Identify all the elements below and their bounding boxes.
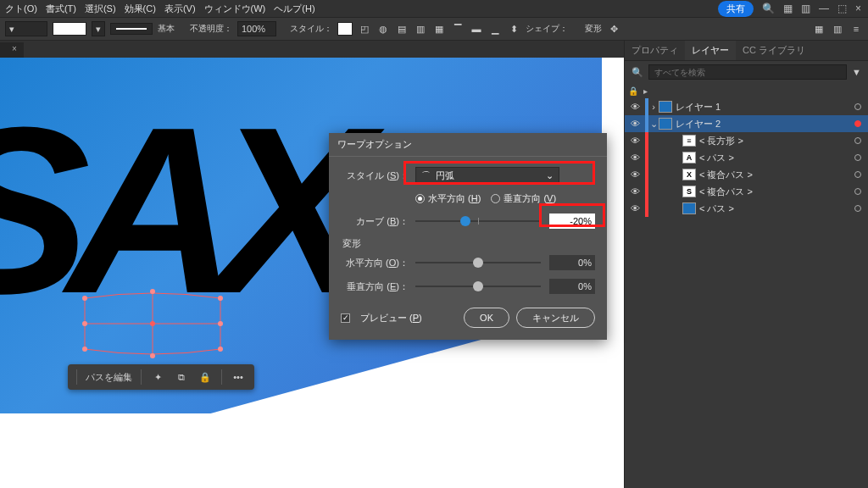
stroke-preview[interactable] <box>110 23 153 35</box>
more-icon[interactable]: ≡ <box>849 22 863 36</box>
layer-search-input[interactable] <box>648 64 847 80</box>
layer-row[interactable]: 👁S< 複合パス > <box>625 183 868 200</box>
layer-name: レイヤー 2 <box>676 118 721 130</box>
fill-swatch[interactable] <box>53 22 86 36</box>
edit-path-button[interactable]: パスを編集 <box>86 371 132 384</box>
tab-properties[interactable]: プロパティ <box>625 41 685 60</box>
more-options-icon[interactable]: ••• <box>231 369 246 385</box>
curve-value[interactable]: -20% <box>549 214 595 229</box>
lock-column-icon: 🔒 <box>628 86 638 96</box>
filter-icon[interactable]: ▼ <box>852 67 861 77</box>
target-icon[interactable] <box>854 171 861 178</box>
expand-icon[interactable]: ⌄ <box>648 119 659 130</box>
close-tab-icon[interactable]: × <box>12 44 17 53</box>
style-select[interactable]: ⌒ 円弧 ⌄ <box>415 167 559 184</box>
tab-cc-libraries[interactable]: CC ライブラリ <box>736 41 812 60</box>
transform-icon[interactable]: ✥ <box>607 22 620 36</box>
visibility-icon[interactable]: 👁 <box>625 136 645 146</box>
arrange-icon[interactable]: ▦ <box>783 3 793 14</box>
layer-name: < 複合パス > <box>699 186 753 198</box>
vert-distort-row: 垂直方向 (E)： 0% <box>341 279 595 294</box>
curve-slider[interactable] <box>415 214 541 228</box>
group-icon[interactable]: ⧉ <box>174 369 189 385</box>
warp-options-dialog: ワープオプション スタイル (S)： ⌒ 円弧 ⌄ 水平方向 (H) 垂直方向 … <box>329 133 607 340</box>
menu-select[interactable]: 選択(S) <box>85 3 116 15</box>
menu-view[interactable]: 表示(V) <box>164 3 196 15</box>
layer-list: 👁›レイヤー 1👁⌄レイヤー 2👁≡< 長方形 >👁A< パス >👁X< 複合パ… <box>625 98 868 217</box>
target-icon[interactable] <box>854 137 861 144</box>
style-row: スタイル (S)： ⌒ 円弧 ⌄ <box>341 167 595 184</box>
chevron-down-icon[interactable]: ▸ <box>643 86 648 96</box>
control-bar: ▾ ▾ 基本 不透明度： 100% スタイル： ◰ ◍ ▤ ▥ ▦ ▔ ▬ ▁ … <box>0 17 868 41</box>
menu-type[interactable]: 書式(T) <box>46 3 76 15</box>
layer-name: < パス > <box>699 152 734 164</box>
target-icon[interactable] <box>854 188 861 195</box>
share-button[interactable]: 共有 <box>718 1 754 17</box>
tab-layers[interactable]: レイヤー <box>685 41 736 60</box>
target-icon[interactable] <box>854 120 861 127</box>
lock-icon[interactable]: 🔒 <box>198 369 213 385</box>
warp-mesh[interactable] <box>85 293 220 354</box>
distribute-icon[interactable]: ⬍ <box>507 22 520 36</box>
dropdown-1[interactable]: ▾ <box>5 21 47 36</box>
search-icon[interactable]: 🔍 <box>762 3 775 14</box>
orientation-row: 水平方向 (H) 垂直方向 (V) <box>341 192 595 205</box>
target-icon[interactable] <box>854 154 861 161</box>
isolate-icon[interactable]: ▦ <box>812 22 826 36</box>
grid-icon[interactable]: ▥ <box>831 22 844 36</box>
align-hcenter-icon[interactable]: ▥ <box>414 22 427 36</box>
ok-button[interactable]: OK <box>464 308 509 328</box>
layer-row[interactable]: 👁›レイヤー 1 <box>625 98 868 115</box>
document-tab[interactable]: × <box>0 42 24 59</box>
cancel-button[interactable]: キャンセル <box>516 308 595 328</box>
arrange-icon[interactable]: ✦ <box>150 369 165 385</box>
align-right-icon[interactable]: ▦ <box>432 22 446 36</box>
curve-row: カーブ (B)： -20% <box>341 214 595 229</box>
menu-effect[interactable]: 効果(C) <box>125 3 156 15</box>
preview-label: プレビュー (P) <box>360 312 422 324</box>
layer-row[interactable]: 👁A< パス > <box>625 149 868 166</box>
layer-row[interactable]: 👁≡< 長方形 > <box>625 132 868 149</box>
doc-setup-icon[interactable]: ◰ <box>358 22 371 36</box>
minimize-icon[interactable]: — <box>819 3 829 14</box>
target-icon[interactable] <box>854 205 861 212</box>
menu-help[interactable]: ヘルプ(H) <box>274 3 314 15</box>
layer-row[interactable]: 👁< パス > <box>625 200 868 217</box>
align-bottom-icon[interactable]: ▁ <box>488 22 502 36</box>
opacity-label: 不透明度： <box>190 23 232 35</box>
visibility-icon[interactable]: 👁 <box>625 119 645 129</box>
maximize-icon[interactable]: ⬚ <box>837 3 847 14</box>
target-icon[interactable] <box>854 103 861 110</box>
close-icon[interactable]: × <box>855 3 861 14</box>
layer-name: レイヤー 1 <box>676 101 721 114</box>
visibility-icon[interactable]: 👁 <box>625 203 645 214</box>
style-swatch[interactable] <box>337 22 353 36</box>
align-left-icon[interactable]: ▤ <box>395 22 409 36</box>
orientation-vertical-radio[interactable]: 垂直方向 (V) <box>491 192 556 205</box>
visibility-icon[interactable]: 👁 <box>625 102 645 112</box>
layer-row[interactable]: 👁⌄レイヤー 2 <box>625 115 868 132</box>
arc-icon: ⌒ <box>421 169 431 182</box>
align-top-icon[interactable]: ▔ <box>451 22 465 36</box>
preview-checkbox[interactable] <box>341 313 350 323</box>
opacity-value[interactable]: 100% <box>237 21 276 36</box>
recolor-icon[interactable]: ◍ <box>376 22 390 36</box>
menu-object[interactable]: クト(O) <box>5 3 37 15</box>
layer-row[interactable]: 👁X< 複合パス > <box>625 166 868 183</box>
visibility-icon[interactable]: 👁 <box>625 152 645 163</box>
fill-dropdown[interactable]: ▾ <box>92 21 105 36</box>
vert-value[interactable]: 0% <box>549 279 595 294</box>
stroke-label: 基本 <box>158 23 175 35</box>
expand-icon[interactable]: › <box>648 102 659 112</box>
menu-window[interactable]: ウィンドウ(W) <box>204 3 266 15</box>
visibility-icon[interactable]: 👁 <box>625 169 645 180</box>
visibility-icon[interactable]: 👁 <box>625 186 645 197</box>
shape-label[interactable]: シェイプ： <box>526 23 568 35</box>
vert-slider[interactable] <box>415 280 541 293</box>
orientation-horizontal-radio[interactable]: 水平方向 (H) <box>415 192 481 205</box>
transform-label[interactable]: 変形 <box>585 23 602 35</box>
workspace-icon[interactable]: ▥ <box>801 3 810 14</box>
align-vcenter-icon[interactable]: ▬ <box>470 22 483 36</box>
horiz-value[interactable]: 0% <box>549 255 595 270</box>
horiz-slider[interactable] <box>415 256 541 269</box>
